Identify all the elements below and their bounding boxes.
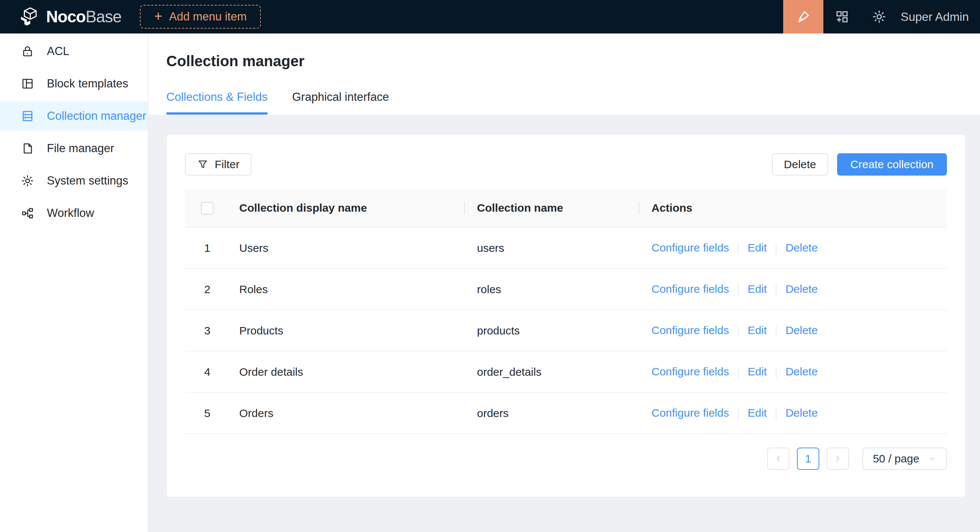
table-row[interactable]: 3 Products products Configure fieldsEdit… [185, 310, 947, 351]
cell-collection-display-name: Orders [229, 392, 465, 434]
database-icon [21, 110, 34, 123]
layout-icon [21, 77, 34, 91]
action-divider [738, 367, 738, 378]
row-index: 4 [185, 351, 229, 392]
cell-actions: Configure fieldsEditDelete [640, 310, 947, 351]
current-user-menu[interactable]: Super Admin [901, 10, 969, 24]
add-menu-item-button[interactable]: + Add menu item [140, 5, 261, 29]
nocobase-logo[interactable]: NocoBase [19, 7, 121, 27]
cell-actions: Configure fieldsEditDelete [640, 268, 947, 310]
workflow-icon [21, 206, 34, 220]
sidebar-item-label: Block templates [47, 77, 128, 91]
collections-table: Collection display name Collection name … [185, 189, 947, 434]
nocobase-admin-app: NocoBase + Add menu item [0, 0, 980, 532]
table-row[interactable]: 4 Order details order_details Configure … [185, 351, 947, 392]
row-index: 1 [185, 227, 229, 268]
edit-link[interactable]: Edit [748, 365, 767, 378]
configure-fields-link[interactable]: Configure fields [651, 241, 729, 254]
sidebar-item-collection-manager[interactable]: Collection manager [0, 102, 148, 130]
delete-link[interactable]: Delete [786, 283, 818, 295]
page-size-select[interactable]: 50 / page [862, 448, 947, 470]
cell-collection-name: order_details [465, 351, 640, 392]
table-body: 1 Users users Configure fieldsEditDelete… [185, 227, 947, 434]
action-divider [776, 367, 776, 378]
action-divider [738, 284, 738, 296]
highlighter-pen-icon [795, 9, 811, 25]
configure-fields-link[interactable]: Configure fields [651, 324, 729, 336]
table-row[interactable]: 5 Orders orders Configure fieldsEditDele… [185, 392, 947, 434]
chevron-down-icon [928, 455, 937, 463]
settings-button[interactable] [861, 0, 898, 33]
next-page-button[interactable] [827, 448, 849, 470]
sidebar: ACL Block templates Collection manager F… [0, 33, 148, 532]
plugins-button[interactable] [823, 0, 861, 33]
header-actions: Actions [640, 189, 947, 227]
previous-page-button[interactable] [767, 448, 789, 470]
chevron-right-icon [834, 454, 842, 463]
cell-collection-display-name: Users [229, 227, 465, 268]
sidebar-item-file-manager[interactable]: File manager [0, 134, 148, 163]
logo-text: NocoBase [46, 8, 121, 26]
edit-link[interactable]: Edit [748, 407, 767, 419]
top-bar-actions: Super Admin [783, 0, 980, 33]
row-index: 2 [185, 268, 229, 310]
cell-actions: Configure fieldsEditDelete [640, 227, 947, 268]
page-title: Collection manager [166, 51, 962, 71]
sidebar-item-system-settings[interactable]: System settings [0, 166, 148, 195]
sidebar-item-label: Workflow [47, 206, 94, 220]
table-header: Collection display name Collection name … [185, 189, 947, 227]
delete-link[interactable]: Delete [786, 241, 818, 254]
action-divider [738, 408, 738, 420]
page-number-button[interactable]: 1 [797, 448, 819, 470]
delete-link[interactable]: Delete [786, 407, 818, 419]
lock-icon [21, 44, 34, 58]
cell-collection-name: roles [465, 268, 640, 310]
table-row[interactable]: 1 Users users Configure fieldsEditDelete [185, 227, 947, 268]
bulk-delete-button[interactable]: Delete [772, 153, 828, 176]
file-icon [21, 142, 34, 155]
edit-link[interactable]: Edit [748, 241, 767, 254]
sidebar-item-label: System settings [47, 174, 128, 187]
action-divider [776, 243, 776, 254]
tabs: Collections & Fields Graphical interface [166, 90, 962, 114]
table-row[interactable]: 2 Roles roles Configure fieldsEditDelete [185, 268, 947, 310]
cell-collection-display-name: Products [229, 310, 465, 351]
header-collection-name: Collection name [465, 189, 640, 227]
gear-icon [21, 174, 34, 187]
content-area: Filter Delete Create collection Collecti… [148, 114, 980, 532]
tab-graphical-interface[interactable]: Graphical interface [292, 90, 389, 114]
pagination: 1 50 / page [185, 448, 947, 470]
configure-fields-link[interactable]: Configure fields [651, 407, 729, 419]
cell-collection-name: products [465, 310, 640, 351]
action-divider [738, 326, 738, 337]
chevron-left-icon [774, 454, 783, 463]
sidebar-item-acl[interactable]: ACL [0, 37, 148, 66]
sidebar-item-label: ACL [47, 44, 69, 58]
page-size-value: 50 / page [873, 453, 920, 465]
cell-collection-name: orders [465, 392, 640, 434]
sidebar-item-workflow[interactable]: Workflow [0, 199, 148, 228]
configure-fields-link[interactable]: Configure fields [651, 365, 729, 378]
delete-link[interactable]: Delete [786, 324, 818, 336]
main-area: Collection manager Collections & Fields … [148, 33, 980, 532]
ui-editor-button[interactable] [783, 0, 823, 33]
page-header: Collection manager Collections & Fields … [148, 33, 980, 114]
tab-collections-and-fields[interactable]: Collections & Fields [166, 90, 267, 114]
configure-fields-link[interactable]: Configure fields [651, 283, 729, 295]
row-index: 5 [185, 392, 229, 434]
edit-link[interactable]: Edit [748, 283, 767, 295]
add-menu-item-label: Add menu item [169, 10, 247, 24]
action-divider [776, 326, 776, 337]
table-toolbar: Filter Delete Create collection [185, 153, 947, 176]
cell-actions: Configure fieldsEditDelete [640, 351, 947, 392]
select-all-checkbox[interactable] [201, 202, 213, 214]
filter-button[interactable]: Filter [185, 153, 251, 176]
sidebar-item-block-templates[interactable]: Block templates [0, 69, 148, 98]
top-bar: NocoBase + Add menu item [0, 0, 980, 33]
action-divider [776, 284, 776, 296]
action-divider [738, 243, 738, 254]
create-collection-button[interactable]: Create collection [837, 153, 947, 176]
sidebar-item-label: Collection manager [47, 110, 146, 123]
edit-link[interactable]: Edit [748, 324, 767, 336]
delete-link[interactable]: Delete [786, 365, 818, 378]
